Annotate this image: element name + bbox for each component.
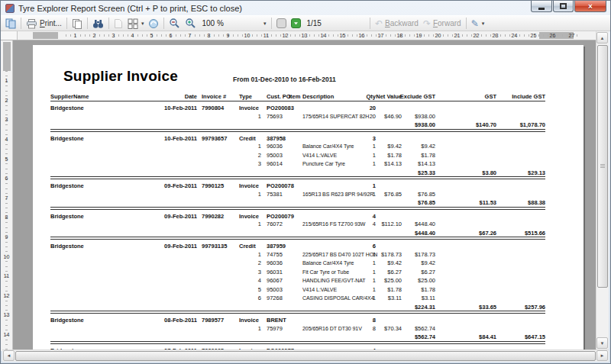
scroll-up-button[interactable]: ▲ (596, 32, 608, 43)
table-cell: $76.85 (402, 190, 435, 199)
table-cell (197, 276, 232, 285)
copy-button[interactable] (70, 17, 85, 31)
table-cell (496, 294, 545, 303)
vertical-scrollbar-thumb[interactable] (597, 45, 608, 288)
scroll-right-button[interactable]: ► (596, 350, 608, 361)
table-cell (50, 112, 150, 121)
page-canvas[interactable]: Supplier Invoice From 01-Dec-2010 to 16-… (13, 40, 596, 351)
report-subtitle: From 01-Dec-2010 to 16-Feb-2011 (233, 76, 336, 83)
group-totals-row: $224.31$33.65$257.96 (50, 303, 545, 312)
zoom-in-button[interactable] (183, 17, 199, 31)
copy-pages-button[interactable] (3, 17, 18, 31)
close-button[interactable]: × (574, 1, 606, 12)
table-cell: $647.15 (496, 333, 545, 342)
vertical-ruler: 123456789101112131415 (1, 40, 13, 351)
ruler-mark: 8 (199, 31, 218, 40)
title-bar[interactable]: Tyre Explorer Report Screen (Ctrl + P to… (1, 1, 610, 15)
annotate-button[interactable]: ✎ ▾ (469, 17, 487, 31)
table-cell (50, 220, 150, 229)
table-cell: Balance Car/4X4 Tyre (302, 142, 360, 151)
ruler-mark: 24 (505, 31, 524, 40)
report-group: Bridgestone09-Feb-201199793135Credit3879… (50, 240, 545, 314)
table-cell: $6.27 (376, 268, 402, 277)
ruler-mark: 11 (1, 266, 12, 286)
table-cell (50, 169, 150, 178)
ruler-mark: 25 (524, 31, 543, 40)
forward-icon: ↷ (423, 19, 431, 28)
table-cell: 96067 (263, 276, 302, 285)
table-cell: 1 (232, 220, 263, 229)
table-cell: 75693 (263, 112, 302, 121)
table-cell (150, 142, 197, 151)
ruler-mark: 1 (1, 71, 12, 91)
ruler-mark: 12 (276, 31, 295, 40)
table-cell: Net Value (376, 92, 402, 101)
table-cell: 76072 (263, 220, 302, 229)
table-cell: Balance Car/4X4 Tyre (302, 259, 360, 268)
ruler-mark: 10 (238, 31, 257, 40)
table-cell (50, 303, 150, 312)
table-cell: $3.11 (402, 294, 435, 303)
forward-button[interactable]: ↷ Forward (421, 17, 464, 31)
table-cell (496, 190, 545, 199)
report-group: Bridgestone10-Feb-201199793657Credit3879… (50, 132, 545, 180)
minimize-button[interactable] (531, 1, 552, 12)
previous-page-button[interactable] (274, 17, 289, 31)
table-cell (197, 142, 232, 151)
table-cell (232, 169, 263, 178)
item-row: 175381165R13 BS R623 8PR 94/92R1$76.85$7… (50, 190, 545, 199)
horizontal-scrollbar-thumb[interactable] (15, 351, 596, 361)
vertical-scrollbar[interactable]: ▲ ▼ (596, 31, 609, 350)
ruler-mark: 20 (428, 31, 448, 40)
table-cell (197, 121, 232, 130)
table-cell (50, 142, 150, 151)
table-cell: $46.90 (376, 112, 402, 121)
table-cell: $224.31 (402, 303, 435, 312)
horizontal-scrollbar[interactable]: ◄ ► (2, 350, 609, 362)
h-ruler-numbers: 1234567891011121314151617181920212223242… (66, 31, 581, 40)
group-header-row: Bridgestone10-Feb-201199793657Credit3879… (50, 134, 545, 143)
table-cell: $448.40 (402, 229, 435, 238)
table-cell (232, 121, 263, 130)
scroll-down-button[interactable]: ▼ (596, 337, 608, 349)
next-page-button[interactable] (289, 17, 303, 31)
table-cell (150, 259, 197, 268)
table-cell (197, 229, 232, 238)
table-cell (150, 333, 197, 342)
table-cell (435, 285, 496, 295)
table-cell: 96031 (263, 268, 302, 277)
table-cell (50, 229, 150, 238)
scroll-left-button[interactable]: ◄ (3, 350, 15, 361)
page-setup-icon (148, 18, 159, 29)
page-setup-button[interactable] (146, 17, 161, 31)
table-cell (50, 268, 150, 277)
table-cell: 6 (232, 294, 263, 303)
table-cell (435, 190, 496, 199)
report-window: Tyre Explorer Report Screen (Ctrl + P to… (0, 0, 611, 364)
table-cell: 5 (232, 285, 263, 295)
group-totals-row: $76.85$11.53$88.38 (50, 198, 545, 208)
print-button[interactable]: Print... (24, 17, 64, 31)
table-cell: Invoice # (197, 92, 232, 101)
single-page-view-button[interactable] (112, 17, 125, 31)
table-cell (150, 285, 197, 295)
zoom-level-combobox[interactable]: 100 % ▾ (199, 19, 269, 27)
zoom-out-button[interactable] (166, 17, 183, 31)
ruler-mark: 2 (85, 31, 104, 40)
find-button[interactable] (90, 17, 106, 31)
multi-page-view-button[interactable]: ▾ (125, 17, 147, 31)
backward-button[interactable]: ↶ Backward (373, 17, 421, 31)
maximize-button[interactable] (553, 1, 574, 12)
table-cell: $1.78 (402, 151, 435, 160)
table-cell (376, 333, 402, 342)
table-cell (150, 294, 197, 303)
table-cell (496, 268, 545, 277)
table-cell (302, 303, 360, 312)
table-cell (435, 294, 496, 303)
table-cell (360, 229, 376, 238)
table-cell (496, 142, 545, 151)
item-row: 595003V414 L:VALVE1$1.78$1.78 (50, 285, 545, 295)
item-row: 296036Balance Car/4X4 Tyre1$9.42$9.42 (50, 259, 545, 268)
table-cell (150, 190, 197, 199)
table-cell: 1 (232, 190, 263, 199)
